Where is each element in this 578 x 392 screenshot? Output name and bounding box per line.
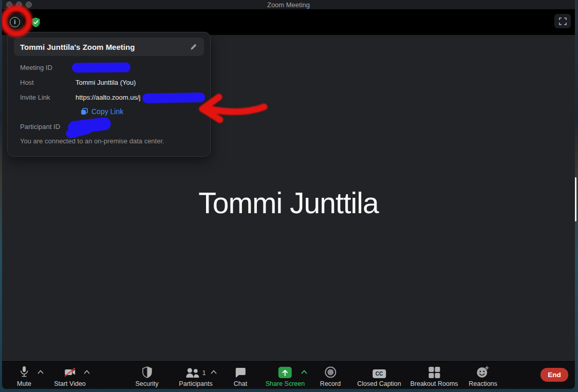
record-icon [324,366,336,378]
annotation-circle [2,5,32,37]
meeting-info-panel: Tommi Junttila's Zoom Meeting Meeting ID… [7,32,211,157]
copy-icon [81,108,88,115]
start-video-button[interactable]: Start Video [54,366,86,387]
edit-pencil-icon[interactable] [190,43,198,51]
reactions-label: Reactions [469,380,497,387]
host-value: Tommi Junttila (You) [76,78,136,87]
reactions-button[interactable]: Reactions [469,366,497,387]
chat-bubble-icon [235,367,247,378]
chat-label: Chat [234,380,247,387]
microphone-icon [19,366,29,378]
participants-label: Participants [179,380,212,387]
invite-link-label: Invite Link [20,93,76,102]
fullscreen-icon [559,17,567,25]
meeting-controls-toolbar: Mute Start Video [2,361,575,389]
copy-link-label: Copy Link [91,107,123,116]
copy-link-button[interactable]: Copy Link [81,107,123,116]
reactions-smiley-icon [477,366,490,378]
host-label: Host [20,78,76,87]
participants-icon [186,367,200,378]
meeting-id-redaction [72,63,130,73]
participants-button[interactable]: 1 Participants [179,366,212,387]
security-shield-icon [142,366,152,378]
share-options-chevron[interactable] [301,370,307,374]
invite-link-value: https://aalto.zoom.us/j [76,93,140,102]
fullscreen-button[interactable] [554,14,571,28]
video-options-chevron[interactable] [84,370,90,374]
screen: Zoom Meeting i [0,0,578,392]
participants-count: 1 [202,368,206,378]
share-screen-label: Share Screen [266,380,305,387]
security-label: Security [135,380,158,387]
meeting-info-header: Tommi Junttila's Zoom Meeting [14,38,204,56]
share-screen-icon [278,367,292,378]
video-camera-off-icon [63,367,77,378]
window-title: Zoom Meeting [2,1,575,9]
zoom-meeting-window: Zoom Meeting i [2,0,575,389]
share-screen-button[interactable]: Share Screen [266,366,305,387]
security-button[interactable]: Security [135,366,158,387]
closed-caption-icon: CC [372,369,386,378]
invite-link-redaction [142,92,205,103]
breakout-rooms-icon [428,367,440,378]
breakout-rooms-button[interactable]: Breakout Rooms [410,366,458,387]
end-meeting-button[interactable]: End [540,368,568,382]
participants-options-chevron[interactable] [211,370,217,374]
meeting-id-label: Meeting ID [20,63,76,72]
chat-button[interactable]: Chat [234,366,247,387]
closed-caption-button[interactable]: CC Closed Caption [357,366,401,387]
mute-options-chevron[interactable] [38,370,44,374]
mute-button[interactable]: Mute [17,366,31,387]
closed-caption-label: Closed Caption [357,380,401,387]
top-toolbar: i [2,10,575,35]
titlebar: Zoom Meeting [2,0,575,10]
participant-id-row: Participant ID [20,122,203,132]
host-row: Host Tommi Junttila (You) [20,78,203,87]
record-label: Record [320,380,341,387]
participant-name: Tommi Junttila [2,186,575,220]
mute-label: Mute [17,380,31,387]
record-button[interactable]: Record [320,366,341,387]
data-center-notice: You are connected to an on-premise data … [20,137,164,145]
annotation-arrow [196,92,268,125]
breakout-rooms-label: Breakout Rooms [410,380,458,387]
start-video-label: Start Video [54,380,86,387]
meeting-title: Tommi Junttila's Zoom Meeting [20,43,190,51]
